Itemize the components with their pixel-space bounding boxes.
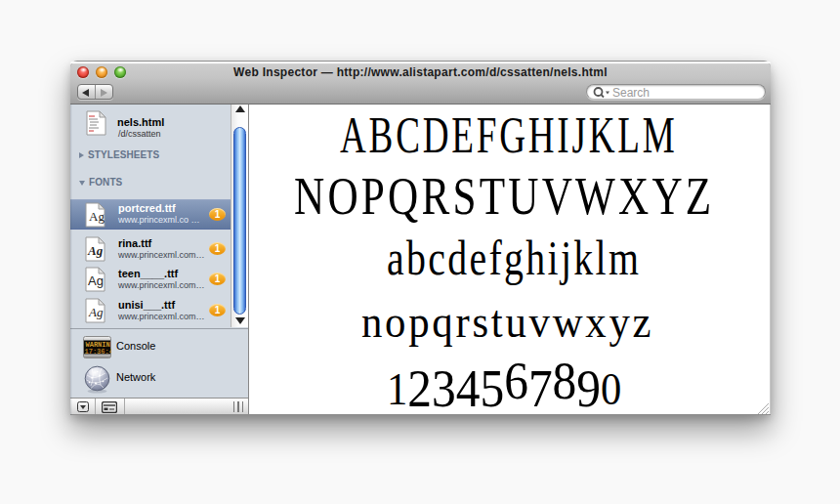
svg-text:Ag: Ag	[87, 243, 104, 258]
svg-text:Ag: Ag	[88, 273, 104, 288]
svg-text:Ag: Ag	[88, 305, 104, 319]
svg-text:17:36:4: 17:36:4	[85, 348, 112, 356]
svg-text:Ag: Ag	[89, 209, 105, 224]
